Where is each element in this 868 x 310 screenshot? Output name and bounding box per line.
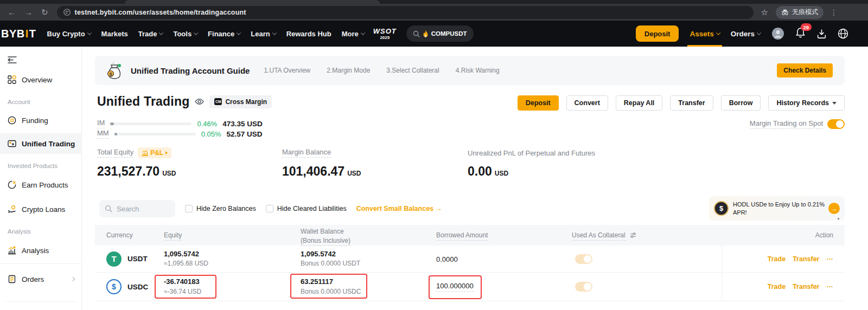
sidebar-item-analysis[interactable]: Analysis: [0, 242, 82, 259]
browser-toolbar: ← → ↻ testnet.bybit.com/user/assets/home…: [0, 4, 868, 21]
sidebar-item-overview[interactable]: Overview: [0, 71, 82, 88]
wsot-2025-logo[interactable]: WSOT 2025: [373, 28, 397, 40]
sidebar: Overview Account Funding Unified Trading…: [0, 47, 82, 310]
margin-mode-badge[interactable]: CM Cross Margin: [209, 95, 272, 108]
header-wallet-balance[interactable]: Wallet Balance (Bonus Inclusive): [301, 227, 350, 246]
bookmark-star-icon[interactable]: ☆: [761, 8, 768, 17]
earn-products-icon: [8, 180, 16, 189]
filter-sliders-icon[interactable]: [630, 232, 636, 238]
reload-icon[interactable]: ↻: [41, 8, 48, 16]
chevron-down-icon: [716, 30, 720, 35]
header-borrowed-amount[interactable]: Borrowed Amount: [436, 231, 488, 241]
borrow-button[interactable]: Borrow: [721, 95, 761, 111]
im-row: IM 0.46% 473.35 USD: [97, 119, 263, 128]
margin-balance-unit: USD: [347, 170, 361, 177]
im-label: IM: [97, 119, 105, 128]
logo-text-pre: BYB: [1, 28, 25, 40]
convert-small-balances-link[interactable]: Convert Small Balances →: [356, 205, 442, 212]
sidebar-item-orders[interactable]: Orders: [0, 270, 82, 288]
nav-assets-tab[interactable]: Assets: [690, 21, 719, 47]
back-icon[interactable]: ←: [8, 8, 16, 16]
sidebar-section-invested-products: Invested Products: [8, 163, 58, 169]
avatar[interactable]: [771, 27, 784, 40]
sidebar-item-crypto-loans[interactable]: Crypto Loans: [0, 201, 82, 218]
margin-balance-stat: Margin Balance 101,406.47USD: [282, 147, 361, 179]
mm-progress-bar: [114, 133, 196, 135]
nav-orders-tab[interactable]: Orders: [731, 30, 761, 38]
repay-all-button[interactable]: Repay All: [616, 95, 663, 111]
collateral-toggle[interactable]: [575, 282, 592, 292]
header-used-as-collateral[interactable]: Used As Collateral: [572, 231, 636, 239]
browser-menu-icon[interactable]: ⋮: [830, 8, 838, 17]
sidebar-section-account: Account: [8, 99, 30, 105]
transfer-link[interactable]: Transfer: [793, 283, 819, 290]
nav-deposit-button[interactable]: Deposit: [636, 25, 679, 42]
mm-usd-value: 52.57 USD: [227, 130, 263, 138]
hide-cleared-liabilities-checkbox[interactable]: Hide Cleared Liabilities: [266, 205, 347, 212]
guide-step-2[interactable]: 2.Margin Mode: [327, 67, 370, 74]
usde-promo-banner[interactable]: $ HODL USDe to Enjoy Up to 0.21% APR! →: [709, 196, 845, 221]
usde-coin-icon: $: [714, 201, 729, 216]
globe-language-icon[interactable]: [838, 28, 848, 39]
more-actions-icon[interactable]: ···: [827, 283, 834, 290]
menu-markets[interactable]: Markets: [101, 30, 128, 38]
site-info-icon[interactable]: [63, 9, 71, 16]
pnl-badge[interactable]: P&L: [138, 147, 171, 158]
sidebar-item-earn-products[interactable]: Earn Products: [0, 176, 82, 193]
account-actions: Deposit Convert Repay All Transfer Borro…: [518, 95, 845, 111]
chevron-down-icon: [87, 30, 91, 35]
total-equity-label: Total Equity: [97, 148, 133, 158]
url-text: testnet.bybit.com/user/assets/home/tradi…: [75, 9, 246, 16]
address-bar[interactable]: testnet.bybit.com/user/assets/home/tradi…: [57, 6, 754, 19]
total-equity-stat: Total Equity P&L 231,527.70USD: [97, 147, 176, 179]
transfer-link[interactable]: Transfer: [793, 255, 819, 263]
menu-more[interactable]: More: [342, 30, 365, 38]
margin-spot-toggle[interactable]: [827, 119, 845, 129]
promo-arrow-button[interactable]: →: [828, 203, 840, 214]
im-progress-fill: [110, 122, 114, 125]
header-equity[interactable]: Equity: [164, 231, 182, 241]
menu-learn[interactable]: Learn: [251, 30, 276, 38]
guide-step-4[interactable]: 4.Risk Warning: [456, 67, 500, 74]
im-usd-value: 473.35 USD: [222, 120, 263, 128]
active-tab[interactable]: [125, 0, 380, 4]
chevron-down-icon: [757, 30, 761, 35]
hide-zero-balances-checkbox[interactable]: Hide Zero Balances: [185, 205, 256, 212]
menu-buy-crypto[interactable]: Buy Crypto: [47, 30, 91, 38]
nav-search-box[interactable]: COMPUSDT: [406, 25, 474, 42]
menu-rewards-hub[interactable]: Rewards Hub: [286, 30, 331, 38]
margin-trading-on-spot: Margin Trading on Spot: [750, 119, 845, 129]
convert-button[interactable]: Convert: [566, 95, 608, 111]
checkbox-icon[interactable]: [266, 205, 273, 212]
download-icon[interactable]: [816, 29, 827, 39]
menu-finance[interactable]: Finance: [208, 30, 240, 38]
history-records-button[interactable]: History Records: [768, 95, 845, 111]
asset-search[interactable]: [99, 200, 175, 217]
check-details-button[interactable]: Check Details: [777, 63, 833, 78]
checkbox-icon[interactable]: [185, 205, 193, 212]
fire-icon: [423, 30, 429, 37]
trade-link[interactable]: Trade: [768, 255, 786, 263]
im-progress-bar: [110, 122, 192, 125]
deposit-button[interactable]: Deposit: [518, 95, 559, 111]
guide-step-1[interactable]: 1.UTA Overview: [264, 67, 310, 74]
transfer-button[interactable]: Transfer: [670, 95, 713, 111]
collateral-toggle[interactable]: [575, 254, 592, 264]
action-column-divider: [722, 246, 722, 301]
eye-visibility-icon[interactable]: [195, 98, 204, 105]
guide-step-3[interactable]: 3.Select Collateral: [386, 67, 439, 74]
search-input[interactable]: [116, 204, 167, 214]
notifications-bell[interactable]: 29: [795, 27, 806, 40]
menu-trade[interactable]: Trade: [138, 30, 163, 38]
table-row-usdc: $ USDC -36.740183 ≈-36.74 USD 63.251117 …: [95, 273, 845, 301]
collapse-sidebar-icon[interactable]: [8, 56, 17, 64]
bybit-logo[interactable]: BYBIT: [1, 28, 36, 40]
more-actions-icon[interactable]: ···: [827, 255, 834, 263]
mm-label: MM: [97, 129, 109, 139]
trade-link[interactable]: Trade: [768, 283, 786, 290]
sidebar-item-funding[interactable]: Funding: [0, 112, 82, 129]
sidebar-item-unified-trading[interactable]: Unified Trading: [0, 133, 82, 154]
menu-tools[interactable]: Tools: [173, 30, 197, 38]
table-row-usdt: T USDT 1,095.5742 ≈1,095.68 USD 1,095.57…: [95, 246, 845, 273]
forward-icon[interactable]: →: [24, 8, 33, 16]
